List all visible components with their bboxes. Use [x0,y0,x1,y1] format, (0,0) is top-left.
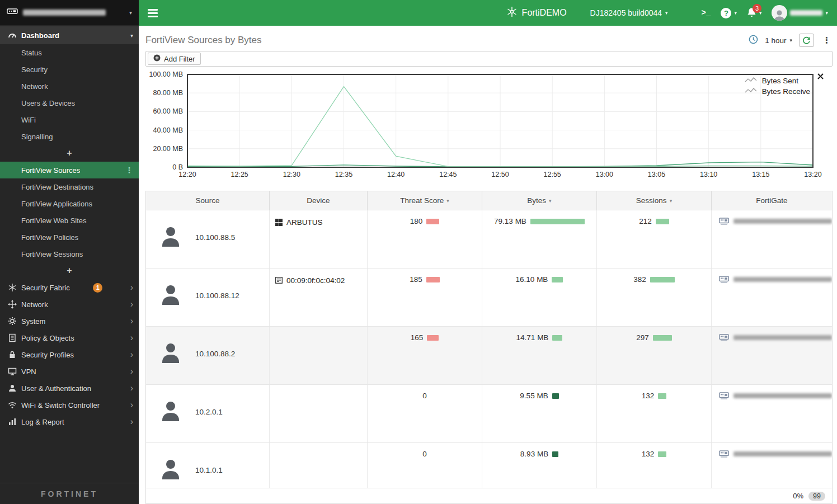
device-cell[interactable] [270,443,368,488]
bytes-bar [552,335,562,341]
username-redacted [790,10,822,16]
sidebar-item-users-devices[interactable]: Users & Devices [0,95,139,111]
sidebar-group-vpn[interactable]: VPN › [0,363,139,380]
sidebar-item-status[interactable]: Status [0,44,139,61]
chevron-down-icon: ▾ [129,10,132,16]
sidebar-item-wifi[interactable]: WiFi [0,111,139,128]
sidebar-group-wifi-switch-controller[interactable]: WiFi & Switch Controller › [0,397,139,413]
line-series-icon [745,77,757,85]
build-selector[interactable]: DJ182405 build0044 ▾ [590,8,668,17]
sidebar-group-label: Security Profiles [21,351,74,359]
fortigate-cell [712,210,832,268]
svg-text:13:00: 13:00 [596,171,613,178]
brand: FortiDEMO [506,6,567,20]
legend-item[interactable]: Bytes Receive [745,86,810,97]
source-cell[interactable]: 10.100.88.12 [146,269,270,326]
table-body: 10.100.88.5 ARBUTUS 180 79.13 MB 212 [146,210,832,488]
sessions-value: 132 [642,392,655,400]
chart-close-icon[interactable] [817,73,824,81]
item-menu-icon[interactable]: ⋮ [125,166,133,175]
table-row[interactable]: 10.100.88.5 ARBUTUS 180 79.13 MB 212 [146,210,832,269]
sidebar-item-signalling[interactable]: Signalling [0,128,139,145]
source-ip: 10.100.88.12 [195,291,239,300]
table-row[interactable]: 10.100.88.2 165 14.71 MB 297 [146,327,832,385]
sidebar-item-fortiview-policies[interactable]: FortiView Policies [0,229,139,246]
column-header-fortigate[interactable]: FortiGate [712,191,832,210]
chevron-down-icon: ▾ [734,10,737,16]
svg-text:13:10: 13:10 [700,171,717,178]
column-header-source[interactable]: Source [146,191,270,210]
sessions-value: 382 [633,275,646,284]
sessions-bar [658,451,666,457]
time-range-dropdown[interactable]: 1 hour ▾ [765,36,792,45]
sidebar-item-fortiview-web-sites[interactable]: FortiView Web Sites [0,212,139,229]
svg-text:12:35: 12:35 [335,171,352,178]
user-icon [6,384,19,393]
bytes-value: 8.93 MB [520,450,548,458]
sidebar-group-label: WiFi & Switch Controller [21,401,100,409]
source-cell[interactable]: 10.2.0.1 [146,385,270,442]
bytes-value: 79.13 MB [494,217,526,225]
hamburger-menu-icon[interactable] [148,9,158,17]
cli-console-button[interactable]: >_ [702,8,711,17]
chevron-down-icon: ▾ [759,10,762,16]
help-menu[interactable]: ? ▾ [721,8,737,18]
monitor-icon [6,367,19,376]
sidebar-item-fortiview-sessions[interactable]: FortiView Sessions [0,246,139,262]
sessions-cell: 132 [597,385,712,442]
add-dashboard-button[interactable]: + [0,145,139,162]
sessions-bar [658,393,666,399]
sidebar: ▾ Dashboard ▾ Status Security Network Us… [0,0,139,504]
add-filter-button[interactable]: Add Filter [148,53,201,65]
bytes-bar [530,219,585,224]
sidebar-item-fortiview-destinations[interactable]: FortiView Destinations [0,178,139,195]
notifications-menu[interactable]: 3 ▾ [747,7,762,19]
add-fortiview-button[interactable]: + [0,262,139,279]
bytes-cell: 79.13 MB [482,210,597,268]
sidebar-group-system[interactable]: System › [0,313,139,329]
sidebar-item-network[interactable]: Network [0,78,139,95]
refresh-button[interactable] [799,34,814,47]
threat-score-cell: 180 [368,210,482,268]
device-cell[interactable] [270,327,368,384]
sessions-bar [650,277,675,282]
device-selector[interactable]: ▾ [0,0,139,25]
help-icon: ? [721,8,731,18]
sidebar-item-fortiview-applications[interactable]: FortiView Applications [0,195,139,212]
sidebar-item-label: FortiView Sessions [21,250,83,258]
chevron-right-icon: › [130,300,133,309]
column-header-bytes[interactable]: Bytes ▾ [482,191,597,210]
more-options-icon[interactable]: ⋮ [821,35,833,45]
source-cell[interactable]: 10.100.88.2 [146,327,270,384]
sidebar-group-label: Security Fabric [21,284,70,292]
column-header-sessions[interactable]: Sessions ▾ [597,191,712,210]
fortigate-unit-icon [719,334,729,343]
column-header-device[interactable]: Device [270,191,368,210]
device-cell[interactable] [270,385,368,442]
sidebar-item-security[interactable]: Security [0,61,139,78]
source-cell[interactable]: 10.100.88.5 [146,210,270,268]
sidebar-group-network[interactable]: Network › [0,296,139,313]
table-row[interactable]: 10.1.0.1 0 8.93 MB 132 [146,443,832,488]
sidebar-group-policy-objects[interactable]: Policy & Objects › [0,329,139,346]
device-cell[interactable]: ARBUTUS [270,210,368,268]
device-cell[interactable]: 00:09:0f:0c:04:02 [270,269,368,326]
bytes-bar [552,393,559,399]
sidebar-item-dashboard[interactable]: Dashboard ▾ [0,26,139,44]
table-header: Source Device Threat Score ▾ Bytes ▾ Ses… [146,191,832,210]
sidebar-item-fortiview-sources[interactable]: FortiView Sources ⋮ [0,162,139,178]
sidebar-group-log-report[interactable]: Log & Report › [0,413,139,430]
sidebar-group-security-fabric[interactable]: Security Fabric 1 › [0,279,139,296]
filter-bar[interactable]: Add Filter [145,51,833,67]
user-menu[interactable]: ▾ [772,5,828,21]
sidebar-group-security-profiles[interactable]: Security Profiles › [0,346,139,363]
table-row[interactable]: 10.2.0.1 0 9.55 MB 132 [146,385,832,443]
row-count-badge: 99 [808,492,825,501]
column-header-threat-score[interactable]: Threat Score ▾ [368,191,482,210]
source-cell[interactable]: 10.1.0.1 [146,443,270,488]
add-filter-label: Add Filter [164,55,195,63]
table-row[interactable]: 10.100.88.12 00:09:0f:0c:04:02 185 16.10… [146,269,832,327]
sort-caret-icon: ▾ [670,198,673,204]
sidebar-group-user-authentication[interactable]: User & Authentication › [0,380,139,397]
legend-item[interactable]: Bytes Sent [745,76,810,86]
